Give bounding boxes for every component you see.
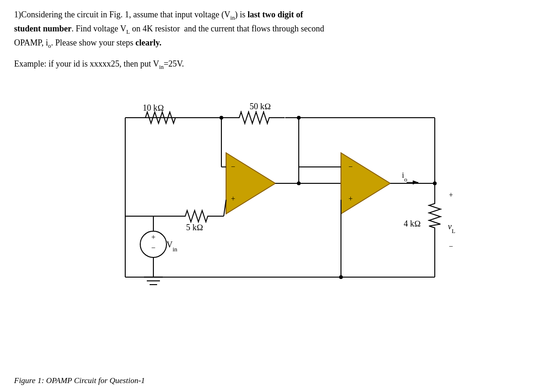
problem-statement: 1)Considering the circuit in Fig. 1, ass…: [14, 8, 546, 51]
vin-plus-symbol: +: [151, 233, 155, 241]
vl-plus: +: [449, 191, 453, 199]
opamp1-minus-sign: −: [231, 163, 235, 171]
circuit-svg: 10 kΩ + − Vin: [97, 75, 463, 296]
problem-line3: OPAMP, io. Please show your steps clearl…: [14, 38, 161, 47]
circuit-diagram: 10 kΩ + − Vin: [14, 75, 546, 296]
opamp1-triangle: [226, 153, 275, 214]
io-label: io: [402, 171, 407, 183]
example-content: Example: if your id is xxxxx25, then put…: [14, 59, 184, 68]
vl-label: vL: [448, 222, 455, 234]
opamp2-triangle: [341, 153, 390, 214]
junction3: [339, 275, 343, 279]
vin-minus-symbol: −: [151, 244, 155, 252]
example-text: Example: if your id is xxxxx25, then put…: [14, 59, 546, 71]
problem-line1: 1)Considering the circuit in Fig. 1, ass…: [14, 10, 303, 19]
opamp1-plus-sign: +: [231, 195, 235, 203]
r2-label: 5 kΩ: [186, 223, 203, 232]
r3-label: 50 kΩ: [250, 102, 271, 111]
opamp2-minus-sign: −: [348, 163, 353, 171]
problem-line2: student number. Find voltage VL on 4K re…: [14, 24, 324, 33]
vl-minus: −: [449, 242, 453, 250]
r1-label: 10 kΩ: [143, 103, 164, 113]
junction1: [219, 116, 223, 120]
junction5: [297, 116, 301, 120]
vin-label: Vin: [166, 240, 178, 253]
r4-label: 4 kΩ: [404, 219, 421, 228]
figure-caption: Figure 1: OPAMP Circuit for Question-1: [14, 376, 145, 385]
opamp2-plus-sign: +: [348, 195, 353, 203]
